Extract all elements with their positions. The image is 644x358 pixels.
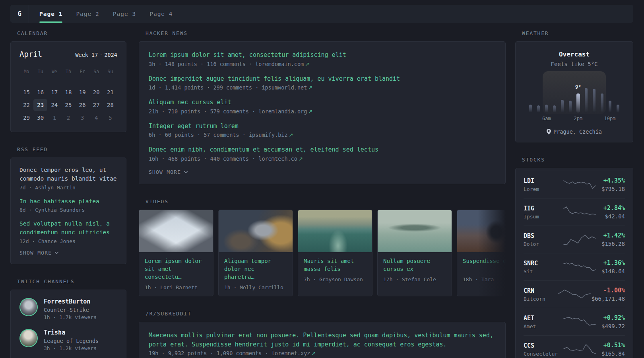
video-meta: 1h · Lori Barnett <box>145 284 208 290</box>
calendar-day: 3 <box>76 112 89 124</box>
stock-row[interactable]: IIG Ipsum +2.84% $42.04 <box>524 198 625 226</box>
video-card[interactable]: Suspendisse diam 18h · Tara <box>457 210 506 297</box>
hackernews-item-title[interactable]: Integer eget rutrum lorem <box>149 122 496 131</box>
hackernews-item: Donec enim nibh, condimentum et accumsan… <box>149 145 496 162</box>
stock-change: -1.00% <box>592 287 625 294</box>
stocks-header: STOCKS <box>522 157 633 163</box>
stock-id: AET Amet <box>524 315 563 329</box>
videos-widget: VIDEOS Lorem ipsum dolor sit amet consec… <box>139 198 506 297</box>
channel-meta: 1h · 1.7k viewers <box>44 314 97 320</box>
channel-name[interactable]: ForrestBurton <box>44 298 97 305</box>
stock-symbol: DBS <box>524 232 563 239</box>
page-tab[interactable]: Page 3 <box>113 5 136 23</box>
post-domain-link[interactable]: loremnet.xyz↗ <box>272 350 316 356</box>
external-link-icon: ↗ <box>289 132 293 138</box>
item-domain: ipsumworld.net <box>262 84 307 91</box>
stock-row[interactable]: AET Amet +0.92% $499.72 <box>524 308 625 335</box>
calendar-weekdays: MoTuWeThFrSaSu <box>19 66 117 78</box>
hackernews-show-more-button[interactable]: SHOW MORE <box>149 169 188 175</box>
video-card[interactable]: Mauris sit amet massa felis 7h · Grayson… <box>298 210 372 297</box>
calendar-day: 20 <box>89 86 103 98</box>
avatar-wrap <box>19 298 38 320</box>
weather-hour-slot <box>559 79 566 113</box>
weather-header: WEATHER <box>522 30 633 36</box>
stock-id: DBS Dolor <box>524 232 563 247</box>
video-thumbnail[interactable] <box>298 210 372 252</box>
page-tab[interactable]: Page 1 <box>39 5 62 23</box>
hackernews-item: Donec imperdiet augue tincidunt felis al… <box>149 74 496 91</box>
avatar[interactable] <box>19 329 38 347</box>
separator-dot: · <box>99 52 103 58</box>
channel-name[interactable]: Trisha <box>44 329 99 336</box>
reddit-widget: /R/SUBREDDIT Maecenas mollis pulvinar er… <box>139 311 506 358</box>
hackernews-item-title[interactable]: Lorem ipsum dolor sit amet, consectetur … <box>149 51 496 60</box>
channel-info: ForrestBurton Counter-Strike 1h · 1.7k v… <box>44 298 97 320</box>
video-thumbnail[interactable] <box>139 210 213 252</box>
video-text: Lorem ipsum dolor sit amet consectetu… 1… <box>139 252 213 296</box>
video-title[interactable]: Nullam posuere cursus ex <box>383 257 446 273</box>
item-domain-link[interactable]: ipsumify.biz↗ <box>249 132 293 138</box>
hackernews-item-title[interactable]: Donec imperdiet augue tincidunt felis al… <box>149 74 496 84</box>
current-temp-label: 9° <box>575 84 582 90</box>
avatar[interactable] <box>19 298 38 316</box>
weather-hour-slot <box>535 79 543 113</box>
logo[interactable]: G <box>10 5 29 23</box>
hackernews-widget: HACKER NEWS Lorem ipsum dolor sit amet, … <box>139 30 506 184</box>
show-more-label: SHOW MORE <box>149 169 181 175</box>
hackernews-item-meta: 16h · 468 points · 440 comments · loremt… <box>149 156 496 162</box>
rss-item: Donec tempor eros leo, ut commodo mauris… <box>19 166 117 191</box>
hackernews-item-title[interactable]: Aliquam nec cursus elit <box>149 98 496 107</box>
twitch-channel-row[interactable]: Trisha League of Legends 3h · 1.2k viewe… <box>19 329 117 351</box>
video-text: Aliquam tempor dolor nec pharetra… 1h · … <box>219 252 293 296</box>
weather-tick-label: 10pm <box>604 116 616 121</box>
twitch-card: ForrestBurton Counter-Strike 1h · 1.7k v… <box>10 290 126 358</box>
video-title[interactable]: Lorem ipsum dolor sit amet consectetu… <box>145 257 208 281</box>
item-domain-link[interactable]: loremlandia.org↗ <box>258 108 312 115</box>
rss-widget: RSS FEED Donec tempor eros leo, ut commo… <box>10 146 126 264</box>
stocks-card: LDI Lorem +4.35% $795.18 IIG Ipsum <box>515 168 633 358</box>
weather-hour-slot <box>543 79 551 113</box>
calendar-day: 23 <box>33 99 47 111</box>
rss-header: RSS FEED <box>17 146 126 152</box>
twitch-channel-row[interactable]: ForrestBurton Counter-Strike 1h · 1.7k v… <box>19 298 117 320</box>
video-thumbnail[interactable] <box>457 210 506 252</box>
stock-change: +1.42% <box>597 232 625 239</box>
video-card[interactable]: Lorem ipsum dolor sit amet consectetu… 1… <box>139 210 213 297</box>
stocks-widget: STOCKS LDI Lorem +4.35% $795.18 <box>515 157 633 358</box>
video-thumbnail[interactable] <box>219 210 293 252</box>
stock-row[interactable]: CRN Bitcorn -1.00% $66,171.48 <box>524 280 625 308</box>
video-card[interactable]: Nullam posuere cursus ex 17h · Stefan Co… <box>377 210 452 297</box>
channel-meta: 3h · 1.2k viewers <box>44 345 99 351</box>
item-domain-link[interactable]: ipsumworld.net↗ <box>262 84 312 91</box>
weekday-label: Fr <box>76 66 89 78</box>
stock-change: +1.36% <box>597 259 625 267</box>
reddit-post-title[interactable]: Maecenas mollis pulvinar erat non posuer… <box>149 331 496 349</box>
rss-item-title[interactable]: Donec tempor eros leo, ut commodo mauris… <box>19 166 117 183</box>
hackernews-item-title[interactable]: Donec enim nibh, condimentum et accumsan… <box>149 145 496 154</box>
page-tab[interactable]: Page 4 <box>149 5 173 23</box>
page-tab[interactable]: Page 2 <box>76 5 99 23</box>
weekday-label: Sa <box>89 66 103 78</box>
video-title[interactable]: Suspendisse diam <box>463 257 506 273</box>
channel-category: Counter-Strike <box>44 307 97 313</box>
rss-show-more-button[interactable]: SHOW MORE <box>19 250 59 256</box>
video-card[interactable]: Aliquam tempor dolor nec pharetra… 1h · … <box>218 210 293 297</box>
channel-category: League of Legends <box>44 338 99 344</box>
stock-row[interactable]: SNRC Sit +1.36% $148.64 <box>524 253 625 280</box>
item-domain: loremlandia.org <box>258 108 307 115</box>
stock-sparkline <box>563 342 597 356</box>
rss-item-title[interactable]: Sed volutpat nulla nisl, a condimentum n… <box>19 220 117 237</box>
stock-row[interactable]: LDI Lorem +4.35% $795.18 <box>524 171 625 198</box>
video-title[interactable]: Mauris sit amet massa felis <box>304 257 367 273</box>
calendar-header: CALENDAR <box>17 30 126 36</box>
video-thumbnail[interactable] <box>378 210 452 252</box>
stock-row[interactable]: DBS Dolor +1.42% $156.28 <box>524 226 625 253</box>
stock-change: +4.35% <box>597 177 625 184</box>
video-title[interactable]: Aliquam tempor dolor nec pharetra… <box>224 257 287 281</box>
item-domain-link[interactable]: loremdomain.com↗ <box>255 61 309 67</box>
stock-price: $499.72 <box>597 323 625 329</box>
rss-item-title[interactable]: In hac habitasse platea <box>19 197 117 206</box>
item-domain-link[interactable]: loremtech.co↗ <box>258 156 303 162</box>
weekday-label: Th <box>61 66 75 78</box>
stock-row[interactable]: CCS Consectetur +0.51% $165.84 <box>524 335 625 358</box>
